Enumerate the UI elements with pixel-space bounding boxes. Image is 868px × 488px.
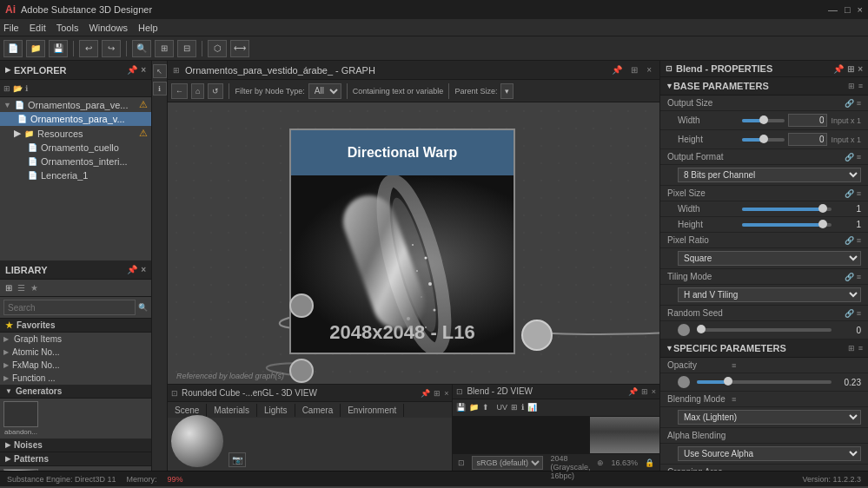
output-size-menu-btn[interactable]: ≡ xyxy=(857,99,861,108)
explorer-new-icon[interactable]: ⊞ xyxy=(3,84,10,93)
opacity-menu-btn[interactable]: ≡ xyxy=(732,361,736,370)
menu-help[interactable]: Help xyxy=(138,23,158,33)
base-params-header[interactable]: ▼ BASE PARAMETERS ⊞ ≡ xyxy=(660,77,868,96)
lib-item-fxmap[interactable]: ▶ FxMap No... xyxy=(0,359,151,372)
random-seed-menu-btn[interactable]: ≡ xyxy=(857,309,861,318)
library-list-view-btn[interactable]: ☰ xyxy=(16,282,27,293)
properties-max-icon[interactable]: ⊞ xyxy=(847,64,854,74)
blending-mode-select[interactable]: Max (Lighten) xyxy=(678,410,861,425)
view-2d-uv-icon[interactable]: ⊞ xyxy=(511,403,518,412)
grid-btn[interactable]: ⊟ xyxy=(177,40,196,57)
view-2d-info-icon[interactable]: ℹ xyxy=(521,403,524,412)
graph-nav-btn[interactable]: ← xyxy=(171,83,188,99)
view-2d-lock-icon[interactable]: 🔒 xyxy=(645,458,654,467)
filter-type-select[interactable]: All xyxy=(308,83,341,99)
lib-thumb-abandon[interactable] xyxy=(3,401,38,427)
specific-params-btn-2[interactable]: ≡ xyxy=(858,344,863,353)
graph-home-btn[interactable]: ⌂ xyxy=(191,83,204,99)
explorer-item-5[interactable]: 📄 Lenceria_1 xyxy=(0,168,151,182)
output-format-menu-btn[interactable]: ≡ xyxy=(857,153,861,162)
view-3d-camera-icon[interactable]: 📷 xyxy=(229,452,246,467)
graph-maximize-btn[interactable]: ⊞ xyxy=(628,64,640,76)
output-height-slider[interactable] xyxy=(742,138,785,142)
lib-item-function[interactable]: ▶ Function ... xyxy=(0,372,151,385)
tab-camera[interactable]: Camera xyxy=(295,404,341,417)
graph-close-btn[interactable]: × xyxy=(644,64,654,76)
tab-lights[interactable]: Lights xyxy=(257,404,295,417)
tool-info[interactable]: ℹ xyxy=(153,82,167,96)
view-3d-pin-icon[interactable]: 📌 xyxy=(421,389,430,398)
library-grid-view-btn[interactable]: ⊞ xyxy=(3,282,14,293)
lib-item-graph-items[interactable]: ▶ Graph Items xyxy=(0,333,151,346)
lib-section-generators[interactable]: ▼ Generators xyxy=(0,385,151,399)
view-2d-export-icon[interactable]: ⬆ xyxy=(482,403,489,412)
lib-thumb-airport[interactable] xyxy=(3,469,38,471)
explorer-close-icon[interactable]: × xyxy=(141,65,146,75)
undo-btn[interactable]: ↩ xyxy=(79,40,98,57)
lib-section-favorites[interactable]: ★ Favorites xyxy=(0,319,151,333)
view-2d-pin-icon[interactable]: 📌 xyxy=(628,387,638,396)
tool-select[interactable]: ↖ xyxy=(153,64,167,78)
pixel-width-slider[interactable] xyxy=(742,208,832,211)
random-seed-slider[interactable] xyxy=(697,328,832,332)
library-search-input[interactable] xyxy=(3,300,136,315)
base-params-btn-1[interactable]: ⊞ xyxy=(848,82,855,90)
explorer-item-resources[interactable]: ▶ 📁 Resources ⚠ xyxy=(0,126,151,141)
tiling-menu-btn[interactable]: ≡ xyxy=(857,273,861,281)
menu-tools[interactable]: Tools xyxy=(56,23,79,33)
library-close-icon[interactable]: × xyxy=(141,265,146,274)
view-2d-color-profile-select[interactable]: sRGB (default) xyxy=(472,456,543,470)
pixel-ratio-select[interactable]: Square xyxy=(678,251,861,266)
node-input-port-1[interactable] xyxy=(289,293,314,318)
maximize-btn[interactable]: □ xyxy=(845,4,851,15)
library-search-icon[interactable]: 🔍 xyxy=(138,303,148,312)
output-size-link-btn[interactable]: 🔗 xyxy=(845,99,854,108)
library-favorites-btn[interactable]: ★ xyxy=(29,282,40,293)
node-output-port[interactable] xyxy=(521,320,553,351)
menu-windows[interactable]: Windows xyxy=(89,23,128,33)
pixel-size-menu-btn[interactable]: ≡ xyxy=(857,189,861,198)
graph-pin-btn[interactable]: 📌 xyxy=(609,64,625,76)
output-width-input[interactable] xyxy=(788,114,827,127)
view-2d-close-icon[interactable]: × xyxy=(652,387,656,396)
save-btn[interactable]: 💾 xyxy=(49,40,68,57)
zoom-btn[interactable]: 🔍 xyxy=(132,40,151,57)
new-btn[interactable]: 📄 xyxy=(3,40,23,57)
explorer-item-1[interactable]: 📄 Ornamentos_para_v... xyxy=(0,112,151,126)
output-height-input[interactable] xyxy=(788,133,827,146)
base-params-btn-2[interactable]: ≡ xyxy=(858,82,863,90)
redo-btn[interactable]: ↪ xyxy=(102,40,121,57)
connect-btn[interactable]: ⟷ xyxy=(230,40,249,57)
output-height-thumb[interactable] xyxy=(759,135,768,143)
lib-item-atomic[interactable]: ▶ Atomic No... xyxy=(0,346,151,359)
graph-view[interactable]: Directional Warp xyxy=(168,102,659,384)
output-width-thumb[interactable] xyxy=(759,115,768,124)
menu-file[interactable]: File xyxy=(3,23,19,33)
output-format-link-btn[interactable]: 🔗 xyxy=(845,153,854,162)
view-3d-max-icon[interactable]: ⊞ xyxy=(434,389,441,398)
fit-btn[interactable]: ⊞ xyxy=(155,40,174,57)
open-btn[interactable]: 📁 xyxy=(26,40,45,57)
alpha-blending-select[interactable]: Use Source Alpha xyxy=(678,446,861,461)
random-seed-thumb[interactable] xyxy=(697,325,706,333)
view-2d-chart-icon[interactable]: 📊 xyxy=(527,403,537,412)
output-width-slider[interactable] xyxy=(742,119,785,122)
explorer-item-0[interactable]: ▼ 📄 Ornamentos_para_ve... ⚠ xyxy=(0,97,151,112)
output-format-select[interactable]: 8 Bits per Channel xyxy=(678,168,861,182)
tab-scene[interactable]: Scene xyxy=(168,404,207,417)
random-seed-link-btn[interactable]: 🔗 xyxy=(845,309,854,318)
blending-menu-btn[interactable]: ≡ xyxy=(732,395,736,404)
directional-warp-node[interactable]: Directional Warp xyxy=(289,129,515,354)
tab-materials[interactable]: Materials xyxy=(207,404,257,417)
specific-params-btn-1[interactable]: ⊞ xyxy=(848,344,855,353)
view-2d-max-icon[interactable]: ⊞ xyxy=(641,387,648,396)
pixel-height-slider[interactable] xyxy=(742,223,832,227)
node-btn[interactable]: ⬡ xyxy=(208,40,227,57)
opacity-thumb[interactable] xyxy=(724,377,732,386)
library-pin-icon[interactable]: 📌 xyxy=(127,265,137,274)
lib-section-patterns[interactable]: ▶ Patterns xyxy=(0,452,151,466)
lib-section-noises[interactable]: ▶ Noises xyxy=(0,439,151,452)
pixel-ratio-link-btn[interactable]: 🔗 xyxy=(845,236,854,245)
properties-pin-icon[interactable]: 📌 xyxy=(833,64,844,74)
view-2d-save-icon[interactable]: 💾 xyxy=(456,403,466,412)
